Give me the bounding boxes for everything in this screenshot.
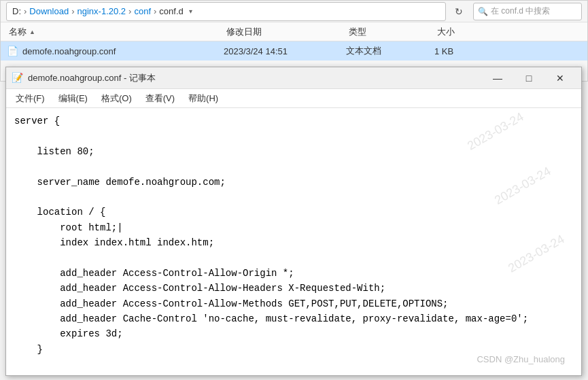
breadcrumb-download[interactable]: Download <box>29 6 69 16</box>
file-name-cell: 📄 demofe.noahgroup.conf <box>6 45 224 57</box>
code-line-8: index index.html index.htm; <box>14 235 573 250</box>
notepad-icon: 📝 <box>12 72 24 84</box>
code-line-13: add_header Cache-Control 'no-cache, must… <box>14 311 573 326</box>
code-line-11: add_header Access-Control-Allow-Headers … <box>14 281 573 296</box>
code-line-14: expires 3d; <box>14 326 573 341</box>
notepad-titlebar: 📝 demofe.noahgroup.conf - 记事本 — □ ✕ <box>6 67 581 89</box>
code-line-2: listen 80; <box>14 144 573 159</box>
file-type-cell: 文本文档 <box>346 45 434 57</box>
notepad-content[interactable]: 2023-03-24 2023-03-24 2023-03-24 server … <box>6 108 581 375</box>
code-line-5 <box>14 190 573 205</box>
col-type-header[interactable]: 类型 <box>346 26 434 38</box>
breadcrumb[interactable]: D: › Download › nginx-1.20.2 › conf › co… <box>6 2 446 21</box>
menu-view[interactable]: 查看(V) <box>139 90 181 107</box>
code-line-0: server { <box>14 114 573 128</box>
refresh-button[interactable]: ↻ <box>450 3 468 20</box>
menu-edit[interactable]: 编辑(E) <box>52 90 94 107</box>
notepad-window: 📝 demofe.noahgroup.conf - 记事本 — □ ✕ 文件(F… <box>5 67 582 376</box>
search-box[interactable]: 🔍 在 conf.d 中搜索 <box>473 3 582 20</box>
explorer-titlebar: D: › Download › nginx-1.20.2 › conf › co… <box>1 1 587 22</box>
code-line-4: server_name demofe.noahgroup.com; <box>14 175 573 190</box>
code-line-12: add_header Access-Control-Allow-Methods … <box>14 296 573 311</box>
code-line-9 <box>14 251 573 266</box>
breadcrumb-conf[interactable]: conf <box>134 6 151 16</box>
table-row[interactable]: 📄 demofe.noahgroup.conf 2023/3/24 14:51 … <box>1 41 587 61</box>
maximize-button[interactable]: □ <box>513 67 544 89</box>
code-line-6: location / { <box>14 205 573 220</box>
menu-file[interactable]: 文件(F) <box>9 90 52 107</box>
col-size-header[interactable]: 大小 <box>434 26 489 38</box>
breadcrumb-nginx[interactable]: nginx-1.20.2 <box>77 6 126 16</box>
minimize-button[interactable]: — <box>482 67 513 89</box>
file-doc-icon: 📄 <box>6 45 18 57</box>
breadcrumb-dropdown-icon[interactable]: ▾ <box>189 7 192 15</box>
code-line-7: root html; <box>14 220 573 235</box>
window-controls: — □ ✕ <box>482 67 576 89</box>
file-size-cell: 1 KB <box>434 46 489 56</box>
code-line-3 <box>14 159 573 174</box>
col-date-header[interactable]: 修改日期 <box>224 26 346 38</box>
breadcrumb-d: D: <box>12 6 21 16</box>
menu-help[interactable]: 帮助(H) <box>181 90 225 107</box>
close-button[interactable]: ✕ <box>544 67 576 89</box>
col-name-header[interactable]: 名称 ▲ <box>6 26 224 38</box>
csdn-watermark: CSDN @Zhu_hualong <box>477 353 565 367</box>
notepad-menubar: 文件(F) 编辑(E) 格式(O) 查看(V) 帮助(H) <box>6 89 581 108</box>
sort-arrow-name: ▲ <box>29 29 35 35</box>
code-line-1 <box>14 128 573 143</box>
breadcrumb-confd: conf.d <box>159 6 183 16</box>
notepad-title: demofe.noahgroup.conf - 记事本 <box>28 72 482 84</box>
search-placeholder: 在 conf.d 中搜索 <box>491 5 550 17</box>
explorer-actions: ↻ <box>450 3 468 20</box>
file-date-cell: 2023/3/24 14:51 <box>224 46 346 56</box>
code-line-10: add_header Access-Control-Allow-Origin *… <box>14 266 573 281</box>
menu-format[interactable]: 格式(O) <box>94 90 139 107</box>
column-headers: 名称 ▲ 修改日期 类型 大小 <box>1 22 587 41</box>
search-icon: 🔍 <box>478 7 488 16</box>
